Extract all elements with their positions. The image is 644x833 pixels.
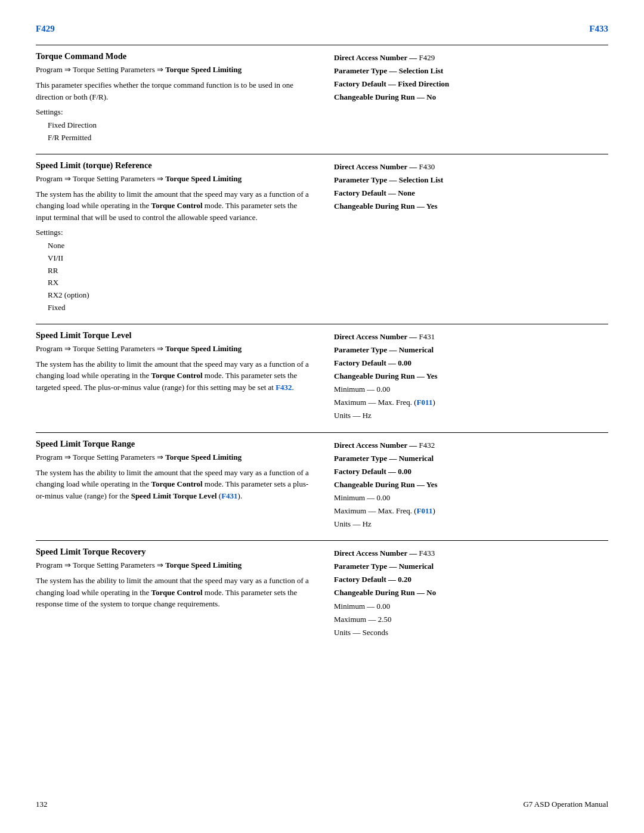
breadcrumb-p432: Program ⇒ Torque Setting Parameters ⇒ To… [36, 453, 310, 462]
param-block-p431: Speed Limit Torque LevelProgram ⇒ Torque… [36, 324, 608, 432]
right-extra-row: Units — Seconds [334, 626, 608, 639]
description-p433: The system has the ability to limit the … [36, 575, 310, 610]
right-label: Parameter Type — [334, 66, 399, 75]
param-right-p429: Direct Access Number — F429Parameter Typ… [328, 51, 608, 154]
right-label: Factory Default — [334, 358, 398, 367]
right-label: Factory Default — [334, 79, 398, 88]
description-p429: This parameter specifies whether the tor… [36, 79, 310, 103]
right-value: Fixed Direction [398, 79, 449, 88]
param-right-p433: Direct Access Number — F433Parameter Typ… [328, 547, 608, 649]
right-info-row: Factory Default — None [334, 187, 608, 200]
param-right-p432: Direct Access Number — F432Parameter Typ… [328, 439, 608, 541]
header: F429 F433 [36, 24, 608, 34]
right-label: Parameter Type — [334, 345, 399, 354]
right-extra-row: Maximum — Max. Freq. (F011) [334, 396, 608, 409]
right-label: Changeable During Run — [334, 588, 426, 597]
link-ref[interactable]: F011 [417, 506, 433, 515]
right-value: Numerical [399, 454, 434, 463]
right-label: Changeable During Run — [334, 480, 426, 489]
right-info-row: Parameter Type — Selection List [334, 174, 608, 187]
setting-item: RX2 (option) [48, 289, 310, 302]
param-right-p431: Direct Access Number — F431Parameter Typ… [328, 330, 608, 432]
settings-list-p430: NoneVI/IIRRRXRX2 (option)Fixed [48, 240, 310, 314]
right-label: Changeable During Run — [334, 202, 426, 210]
setting-item: RX [48, 277, 310, 289]
right-label: Parameter Type — [334, 562, 399, 571]
param-right-p430: Direct Access Number — F430Parameter Typ… [328, 160, 608, 324]
right-info-row: Changeable During Run — Yes [334, 200, 608, 213]
param-title-p431: Speed Limit Torque Level [36, 330, 310, 340]
breadcrumb-p429: Program ⇒ Torque Setting Parameters ⇒ To… [36, 65, 310, 75]
param-left-p429: Torque Command ModeProgram ⇒ Torque Sett… [36, 51, 328, 154]
right-value: Numerical [399, 345, 434, 354]
link-ref[interactable]: F431 [221, 491, 237, 500]
right-info-row: Direct Access Number — F432 [334, 439, 608, 452]
right-value: Numerical [399, 562, 434, 571]
footer: 132 G7 ASD Operation Manual [36, 800, 608, 809]
setting-item: VI/II [48, 252, 310, 265]
right-label: Direct Access Number — [334, 53, 419, 62]
right-info-row: Parameter Type — Selection List [334, 64, 608, 78]
link-ref[interactable]: F011 [417, 398, 433, 407]
param-left-p431: Speed Limit Torque LevelProgram ⇒ Torque… [36, 330, 328, 432]
right-extra-row: Units — Hz [334, 409, 608, 422]
right-info-row: Direct Access Number — F429 [334, 51, 608, 64]
page: F429 F433 Torque Command ModeProgram ⇒ T… [0, 0, 644, 833]
right-extra-row: Maximum — 2.50 [334, 613, 608, 626]
right-value: 0.00 [398, 358, 411, 367]
param-title-p433: Speed Limit Torque Recovery [36, 547, 310, 557]
header-right: F433 [589, 24, 608, 34]
breadcrumb-p431: Program ⇒ Torque Setting Parameters ⇒ To… [36, 344, 310, 354]
right-value: No [426, 588, 436, 597]
right-value: F429 [419, 53, 435, 62]
param-block-p432: Speed Limit Torque RangeProgram ⇒ Torque… [36, 432, 608, 541]
right-value: Yes [426, 202, 438, 210]
right-info-row: Direct Access Number — F431 [334, 330, 608, 343]
right-value: 0.20 [398, 575, 411, 584]
param-left-p430: Speed Limit (torque) ReferenceProgram ⇒ … [36, 160, 328, 324]
breadcrumb-p433: Program ⇒ Torque Setting Parameters ⇒ To… [36, 561, 310, 570]
right-info-row: Factory Default — Fixed Direction [334, 78, 608, 91]
right-label: Direct Access Number — [334, 441, 419, 450]
right-extra-row: Minimum — 0.00 [334, 491, 608, 504]
link-ref[interactable]: F432 [275, 383, 292, 392]
setting-item: Fixed Direction [48, 119, 310, 132]
right-value: None [398, 188, 415, 197]
right-value: Selection List [399, 66, 444, 75]
description-p430: The system has the ability to limit the … [36, 188, 310, 224]
param-title-p430: Speed Limit (torque) Reference [36, 160, 310, 171]
right-label: Direct Access Number — [334, 332, 419, 341]
right-info-row: Parameter Type — Numerical [334, 560, 608, 573]
right-extra-row: Minimum — 0.00 [334, 600, 608, 613]
right-label: Direct Access Number — [334, 162, 419, 171]
param-left-p433: Speed Limit Torque RecoveryProgram ⇒ Tor… [36, 547, 328, 649]
setting-item: None [48, 240, 310, 252]
right-info-row: Parameter Type — Numerical [334, 452, 608, 465]
right-value: Yes [426, 371, 438, 380]
header-left: F429 [36, 24, 55, 34]
right-value: Selection List [399, 175, 444, 184]
manual-title: G7 ASD Operation Manual [523, 800, 608, 809]
param-title-p429: Torque Command Mode [36, 51, 310, 61]
right-label: Factory Default — [334, 188, 398, 197]
right-extra-row: Minimum — 0.00 [334, 383, 608, 396]
right-info-row: Parameter Type — Numerical [334, 343, 608, 357]
right-label: Factory Default — [334, 467, 398, 476]
settings-list-p429: Fixed DirectionF/R Permitted [48, 119, 310, 144]
settings-label-p430: Settings: [36, 228, 310, 237]
right-value: F430 [419, 162, 435, 171]
right-info-row: Factory Default — 0.00 [334, 357, 608, 370]
content-area: Torque Command ModeProgram ⇒ Torque Sett… [36, 45, 608, 649]
param-left-p432: Speed Limit Torque RangeProgram ⇒ Torque… [36, 439, 328, 541]
setting-item: Fixed [48, 302, 310, 314]
param-block-p430: Speed Limit (torque) ReferenceProgram ⇒ … [36, 154, 608, 324]
right-label: Direct Access Number — [334, 549, 419, 558]
right-info-row: Factory Default — 0.20 [334, 573, 608, 586]
right-info-row: Changeable During Run — No [334, 586, 608, 599]
right-label: Parameter Type — [334, 175, 399, 184]
right-info-row: Direct Access Number — F433 [334, 547, 608, 560]
right-value: No [426, 92, 436, 101]
param-block-p433: Speed Limit Torque RecoveryProgram ⇒ Tor… [36, 540, 608, 649]
right-info-row: Direct Access Number — F430 [334, 160, 608, 174]
right-label: Changeable During Run — [334, 92, 426, 101]
